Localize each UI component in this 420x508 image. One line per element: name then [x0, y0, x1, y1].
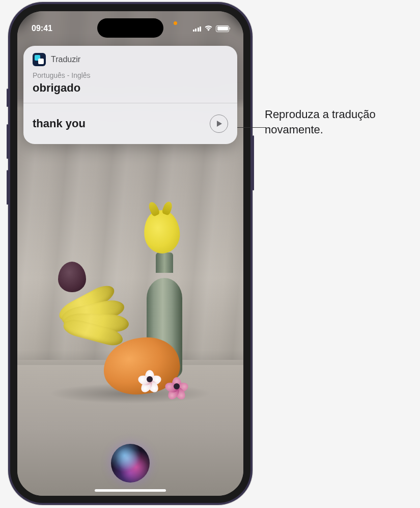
- cellular-signal-icon: [193, 25, 202, 32]
- battery-icon: [216, 25, 229, 32]
- play-icon: [216, 120, 222, 127]
- home-indicator[interactable]: [95, 489, 166, 492]
- side-button-power: [253, 135, 254, 190]
- status-time: 09:41: [32, 24, 52, 33]
- side-button-volume-down: [7, 170, 8, 205]
- translated-text: thank you: [33, 117, 86, 130]
- wifi-icon: [204, 24, 213, 33]
- flower-illustration: [166, 376, 187, 397]
- play-translation-button[interactable]: [210, 115, 228, 133]
- translate-source-section: Traduzir Português - Inglês obrigado: [23, 46, 237, 103]
- translate-result-section: thank you: [23, 103, 237, 144]
- side-button-volume-up: [7, 124, 8, 159]
- side-button-silence: [7, 89, 8, 107]
- privacy-indicator-dot: [174, 21, 177, 25]
- fig-illustration: [58, 262, 86, 292]
- translate-app-icon: [33, 53, 46, 66]
- siri-orb[interactable]: [111, 444, 150, 483]
- translate-app-name: Traduzir: [51, 55, 80, 64]
- callout-text: Reproduza a tradução novamente.: [265, 107, 412, 137]
- phone-frame: 09:41 ‹ ⋯: [8, 2, 253, 505]
- flower-illustration: [139, 369, 160, 389]
- source-text: obrigado: [33, 81, 228, 95]
- bananas-illustration: [53, 290, 140, 346]
- language-pair-label: Português - Inglês: [33, 71, 228, 79]
- dynamic-island: [97, 18, 163, 38]
- siri-translate-card[interactable]: Traduzir Português - Inglês obrigado tha…: [23, 46, 237, 144]
- phone-screen: 09:41 ‹ ⋯: [17, 11, 243, 496]
